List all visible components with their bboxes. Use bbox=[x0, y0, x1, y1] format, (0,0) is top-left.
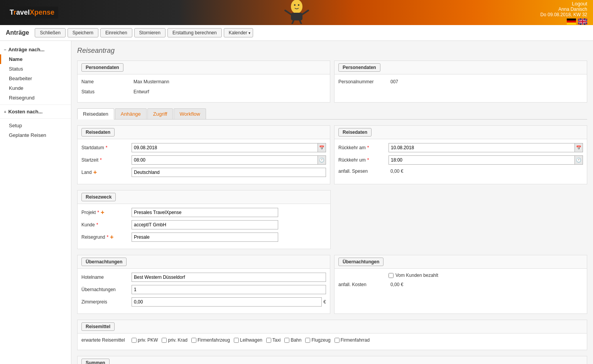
startdatum-required: * bbox=[106, 145, 108, 150]
priv-pkw-checkbox[interactable] bbox=[132, 338, 137, 343]
hotelname-input[interactable] bbox=[132, 273, 326, 282]
firmenfahrzeug-checkbox[interactable] bbox=[191, 338, 196, 343]
calculate-button[interactable]: Erstattung berechnen bbox=[167, 28, 222, 37]
uebernachtungen-count-row: Übernachtungen bbox=[81, 285, 326, 294]
personendaten-left-btn[interactable]: Personendaten bbox=[81, 63, 123, 72]
startzeit-input[interactable] bbox=[132, 155, 318, 165]
rueckkehr-am-label: Rückkehr am* bbox=[338, 145, 389, 150]
sidebar-divider-1 bbox=[0, 104, 71, 105]
projekt-required: * bbox=[97, 210, 99, 215]
sidebar-item-kunde[interactable]: Kunde bbox=[0, 83, 71, 93]
sidebar-item-reisegrund[interactable]: Reisegrund bbox=[0, 93, 71, 103]
personendaten-left-header: Personendaten bbox=[78, 61, 330, 74]
reisegrund-input[interactable] bbox=[132, 233, 278, 242]
cancel-button[interactable]: Stornieren bbox=[134, 28, 166, 37]
firmenfahrrad-checkbox[interactable] bbox=[335, 338, 340, 343]
startdatum-label: Startdatum* bbox=[81, 145, 132, 150]
sidebar-item-setup[interactable]: Setup bbox=[0, 121, 71, 130]
svg-line-4 bbox=[285, 10, 291, 14]
rueckkehr-um-clock-btn[interactable]: 🕐 bbox=[574, 155, 583, 165]
sidebar-item-geplante[interactable]: Geplante Reisen bbox=[0, 130, 71, 140]
projekt-label: Projekt* + bbox=[81, 209, 132, 216]
tab-zugriff[interactable]: Zugriff bbox=[147, 108, 173, 119]
reisegrund-add-icon[interactable]: + bbox=[110, 234, 113, 241]
projekt-add-icon[interactable]: + bbox=[101, 209, 104, 216]
calendar-button[interactable]: Kalender ▾ bbox=[224, 28, 253, 37]
bahn-checkbox[interactable] bbox=[284, 338, 289, 343]
date-info: Do 09.08.2018, KW 32 bbox=[541, 12, 587, 17]
rueckkehr-um-row: Rückkehr um* 🕐 bbox=[338, 155, 583, 165]
logo-rx: r bbox=[14, 8, 16, 16]
priv-krad-checkbox[interactable] bbox=[162, 338, 167, 343]
submit-button[interactable]: Einreichen bbox=[100, 28, 132, 37]
land-add-icon[interactable]: + bbox=[93, 169, 97, 176]
reisedaten-right-btn[interactable]: Reisedaten bbox=[338, 128, 372, 136]
uebernachtungen-row: Übernachtungen Hotelname Übernachtungen … bbox=[77, 255, 587, 314]
page-title: Reiseantrag bbox=[77, 47, 587, 55]
reisedaten-left-panel: Reisedaten Startdatum* 📅 S bbox=[77, 125, 330, 184]
collapse-icon-2: + bbox=[4, 110, 6, 114]
uebernachtungen-left-body: Hotelname Übernachtungen Zimmerpreis € bbox=[78, 269, 330, 313]
leihwagen-checkbox[interactable] bbox=[234, 338, 239, 343]
reisemittel-taxi: Taxi bbox=[266, 337, 280, 343]
personalnummer-value: 007 bbox=[389, 78, 583, 85]
zimmerpreis-input[interactable] bbox=[132, 297, 322, 307]
svg-rect-10 bbox=[567, 22, 576, 24]
taxi-checkbox[interactable] bbox=[266, 338, 271, 343]
startdatum-calendar-btn[interactable]: 📅 bbox=[318, 143, 326, 152]
svg-rect-9 bbox=[567, 20, 576, 22]
rueckkehr-um-required: * bbox=[367, 157, 369, 163]
sidebar-item-bearbeiter[interactable]: Bearbeiter bbox=[0, 74, 71, 83]
mascot bbox=[274, 0, 320, 25]
reisedaten-left-btn[interactable]: Reisedaten bbox=[81, 128, 115, 136]
erwartete-reisemittel-label: erwartete Reisemittel bbox=[81, 337, 132, 343]
startzeit-row: Startzeit* 🕐 bbox=[81, 155, 326, 165]
name-label: Name bbox=[81, 79, 132, 84]
svg-point-2 bbox=[298, 4, 299, 6]
summen-btn[interactable]: Summen bbox=[81, 359, 110, 364]
logo-xpense: Xpense bbox=[30, 8, 54, 16]
svg-line-7 bbox=[300, 20, 301, 24]
tab-workflow[interactable]: Workflow bbox=[174, 108, 206, 119]
close-button[interactable]: Schließen bbox=[35, 28, 65, 37]
content-area: Reiseantrag Personendaten Name Max Muste… bbox=[71, 41, 593, 364]
reisezweck-btn[interactable]: Reisezweck bbox=[81, 193, 116, 201]
reisemittel-checkboxes: priv. PKW priv. Krad Firmenfahrzeug bbox=[132, 337, 370, 343]
sidebar-item-status[interactable]: Status bbox=[0, 64, 71, 74]
firmenfahrrad-label: Firmenfahrrad bbox=[341, 337, 370, 343]
startzeit-label: Startzeit* bbox=[81, 157, 132, 163]
uebernachtungen-right-header: Übernachtungen bbox=[335, 255, 587, 269]
uebernachtungen-count-input[interactable] bbox=[132, 285, 326, 294]
land-input[interactable] bbox=[132, 168, 326, 177]
summen-row: Summen Erwartete Kosten 0,00 € Genehmigt… bbox=[77, 356, 587, 364]
personendaten-right-btn[interactable]: Personendaten bbox=[338, 63, 380, 72]
uebernachtungen-right-btn[interactable]: Übernachtungen bbox=[338, 258, 384, 266]
uebernachtungen-left-header: Übernachtungen bbox=[78, 255, 330, 269]
reisemittel-btn[interactable]: Reisemittel bbox=[81, 322, 115, 331]
spesen-row: anfall. Spesen 0,00 € bbox=[338, 168, 583, 175]
rueckkehr-um-input[interactable] bbox=[389, 155, 574, 165]
reisezweck-spacer bbox=[335, 190, 587, 249]
header-right: Logout Anna Danisch Do 09.08.2018, KW 32 bbox=[541, 1, 587, 25]
startzeit-clock-btn[interactable]: 🕐 bbox=[318, 155, 326, 165]
tab-reisedaten[interactable]: Reisedaten bbox=[77, 108, 114, 120]
priv-pkw-label: priv. PKW bbox=[138, 337, 158, 343]
reisemittel-priv-pkw: priv. PKW bbox=[132, 337, 158, 343]
tab-anhaenge[interactable]: Anhänge bbox=[115, 108, 147, 119]
startdatum-input[interactable] bbox=[132, 143, 318, 152]
rueckkehr-am-calendar-btn[interactable]: 📅 bbox=[574, 143, 583, 152]
sidebar-section-kosten[interactable]: + Kosten nach... bbox=[0, 107, 71, 116]
projekt-input[interactable] bbox=[132, 208, 278, 217]
kunde-input[interactable] bbox=[132, 220, 278, 229]
reisedaten-right-header: Reisedaten bbox=[335, 126, 587, 139]
rueckkehr-am-input[interactable] bbox=[389, 143, 574, 152]
uebernachtungen-left-btn[interactable]: Übernachtungen bbox=[81, 258, 127, 266]
save-button[interactable]: Speichern bbox=[68, 28, 98, 37]
uebernachtungen-right-body: Vom Kunden bezahlt anfall. Kosten 0,00 € bbox=[335, 269, 587, 295]
sidebar-section-antrage[interactable]: − Anträge nach... bbox=[0, 45, 71, 54]
sidebar-item-name[interactable]: Name bbox=[0, 54, 71, 64]
logout-link[interactable]: Logout bbox=[572, 1, 587, 7]
firmenfahrzeug-label: Firmenfahrzeug bbox=[198, 337, 230, 343]
vom-kunden-checkbox[interactable] bbox=[389, 273, 394, 278]
flugzeug-checkbox[interactable] bbox=[305, 338, 310, 343]
